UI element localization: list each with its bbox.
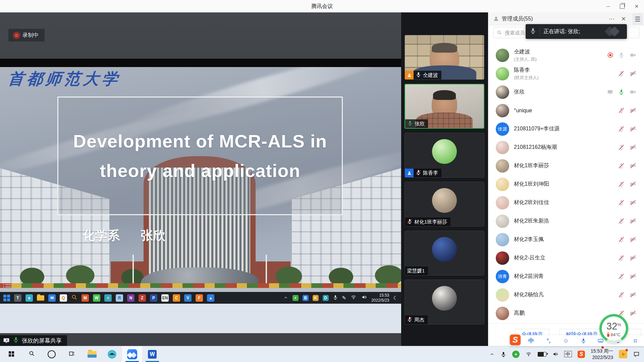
taskbar-app-edu-app[interactable] [102, 346, 122, 362]
sidebar-toggle-button[interactable] [633, 13, 643, 25]
taskbar-app-cortana[interactable] [42, 346, 62, 362]
member-row[interactable]: 材化2杨怡凡 [488, 286, 644, 304]
member-row[interactable]: 材化1班李丽莎 [488, 157, 644, 175]
cam-grey-icon [629, 52, 637, 58]
start-icon[interactable] [3, 295, 10, 301]
vscode-icon[interactable]: V [184, 294, 192, 302]
member-row[interactable]: 张欣 [488, 83, 644, 101]
security-icon[interactable]: + [292, 295, 299, 301]
taskbar-app-search[interactable] [21, 346, 42, 362]
tray-clock[interactable]: 15:53 周一2022/5/23 [591, 348, 613, 360]
member-avatar [496, 307, 509, 320]
defender-icon[interactable]: D [323, 295, 329, 301]
tray-ime-zh[interactable]: 中 [564, 351, 572, 357]
taskbar-app-start[interactable] [1, 346, 21, 362]
recording-badge: 录制中 [8, 29, 45, 42]
member-role: (联席主持人) [514, 75, 539, 81]
firefox-icon[interactable]: F [196, 294, 203, 302]
member-row[interactable]: 润青材化2苗润青 [488, 267, 644, 286]
member-avatar [496, 215, 509, 228]
night-mode-icon[interactable]: ☾ [393, 295, 398, 301]
search-tool-icon[interactable] [71, 294, 77, 302]
member-row[interactable]: 材化2李玉佩 [488, 230, 644, 249]
member-row[interactable]: 佳源210811079+李佳源 [488, 120, 644, 138]
member-row[interactable]: °unique [488, 101, 644, 120]
tray-action-center[interactable] [633, 351, 640, 357]
tray-chevron-icon[interactable] [283, 295, 288, 301]
video-thumbnail[interactable]: 周杰 [405, 280, 484, 324]
zotero-icon[interactable]: Z [139, 294, 146, 302]
ime-emoji[interactable]: ☺ [557, 338, 575, 344]
video-thumbnail[interactable]: 梁慧媛1 [405, 231, 484, 276]
edge-icon[interactable]: e [25, 294, 33, 302]
mic-muted-icon [407, 219, 413, 225]
member-row[interactable]: 仝建波(主持人, 我) [488, 46, 644, 64]
taskbar-app-tencent-meeting[interactable] [122, 346, 142, 362]
tray-media-app[interactable] [619, 350, 627, 358]
ime-voice[interactable] [575, 338, 592, 344]
ime-toolbox[interactable] [627, 338, 644, 344]
slideshow-menu-icon[interactable] [3, 281, 11, 289]
minimize-button[interactable]: ─ [606, 4, 610, 9]
video-thumbnail[interactable]: 仝建波 [405, 35, 484, 80]
browser-icon[interactable]: Q [60, 294, 67, 302]
bluetooth-icon[interactable]: B [303, 295, 309, 301]
close-button[interactable]: ✕ [635, 4, 639, 9]
matlab-icon[interactable]: M [82, 294, 89, 302]
shared-clock-date: 2022/5/23 [371, 298, 389, 303]
r-app-icon[interactable]: R [116, 294, 123, 302]
video-thumbnail[interactable]: 陈香李 [405, 133, 484, 178]
member-row[interactable]: 材化1班刘坤阳 [488, 175, 644, 193]
onenote-icon[interactable]: N [127, 294, 135, 302]
panel-close-icon[interactable]: ✕ [621, 15, 626, 22]
photos-icon[interactable]: P [150, 294, 157, 302]
wifi-icon[interactable] [350, 294, 357, 301]
walkway [0, 288, 401, 292]
wechat-icon[interactable]: W [93, 294, 100, 302]
cam-off-icon [629, 70, 637, 77]
taskbar-app-file-explorer[interactable] [82, 346, 102, 362]
origin-icon[interactable]: C [173, 294, 180, 302]
ime-punct[interactable]: °, [540, 338, 557, 344]
taskbar: W +中S15:53 周一2022/5/23 [0, 346, 644, 362]
notes-icon[interactable]: ≡ [104, 294, 112, 302]
member-row[interactable]: 材化2-吕生立 [488, 249, 644, 267]
meeting-app-icon[interactable]: ▲ [207, 294, 214, 302]
key-app-icon[interactable]: K [313, 295, 319, 301]
restore-button[interactable] [620, 4, 625, 9]
file-explorer-icon[interactable] [37, 295, 44, 301]
tray-wifi[interactable] [525, 351, 532, 357]
sogou-logo[interactable]: S [510, 335, 521, 345]
tray-360-security[interactable]: + [512, 351, 520, 358]
member-row[interactable]: 210812162杨海潮 [488, 138, 644, 157]
shared-clock[interactable]: 15:532022/5/23 [371, 293, 389, 303]
tray-battery[interactable] [538, 352, 546, 357]
taskbar-clock[interactable]: 15:53 周一2022/5/23 [591, 348, 613, 360]
more-icon[interactable]: ⋯ [609, 15, 614, 22]
ime-mode[interactable]: 中 [523, 337, 540, 345]
member-list: 仝建波(主持人, 我)陈香李(联席主持人)张欣°unique佳源21081107… [488, 46, 644, 323]
task-view-icon[interactable]: T [14, 294, 21, 302]
ink-workspace-icon[interactable]: ✎ [342, 295, 346, 301]
taskbar-app-word[interactable]: W [142, 346, 162, 362]
member-row[interactable]: 材化2班刘佳佳 [488, 193, 644, 212]
volume-icon[interactable] [361, 294, 367, 301]
video-thumbnail[interactable]: 材化1班李丽莎 [405, 182, 484, 227]
notification-dot [626, 349, 628, 351]
member-row[interactable]: 陈香李(联席主持人) [488, 64, 644, 83]
endnote-icon[interactable]: EN [161, 294, 169, 302]
tray-microphone[interactable] [500, 351, 506, 357]
tray-tray-chevron[interactable] [489, 352, 495, 356]
microphone-icon[interactable] [333, 295, 338, 301]
shared-slide: 首都师范大学 Development of MCR-ALS in theory … [0, 67, 401, 292]
battery-widget[interactable]: 32% 84°C [599, 314, 628, 343]
tray-volume[interactable] [552, 351, 558, 357]
thumbnail-name-bar: 仝建波 [405, 71, 441, 79]
member-row[interactable]: 材化2班朱新浩 [488, 212, 644, 230]
member-panel-header: 管理成员(55) ⋯ ✕ [488, 12, 644, 25]
tray-sogou[interactable]: S [578, 351, 585, 358]
thumbnail-name-bar: 张欣 [405, 119, 428, 128]
taskbar-app-task-view[interactable] [62, 346, 82, 362]
mail-icon[interactable]: ✉ [48, 294, 56, 302]
video-thumbnail[interactable]: 张欣 [405, 84, 484, 129]
